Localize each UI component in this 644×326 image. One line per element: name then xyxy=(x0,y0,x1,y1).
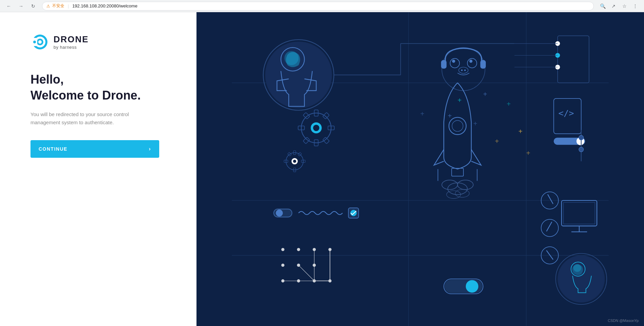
svg-text:+: + xyxy=(458,96,462,104)
reload-button[interactable]: ↻ xyxy=(28,1,38,11)
chrome-menu-button[interactable]: ⋮ xyxy=(630,1,640,11)
address-warning-text: 不安全 xyxy=(52,3,64,9)
search-button[interactable]: 🔍 xyxy=(598,1,607,11)
svg-point-31 xyxy=(469,60,472,63)
address-url: 192.168.108.200:20080/welcome xyxy=(72,3,137,8)
svg-point-94 xyxy=(558,255,605,302)
bookmark-button[interactable]: ☆ xyxy=(620,1,629,11)
left-panel: DRONE by harness Hello, Welcome to Drone… xyxy=(0,12,196,326)
welcome-description: You will be redirected to your source co… xyxy=(30,110,146,127)
svg-point-48 xyxy=(313,125,319,131)
heading-line2: Welcome to Drone. xyxy=(30,88,141,102)
browser-actions: 🔍 ↗ ☆ ⋮ xyxy=(598,1,640,11)
main-wrapper: DRONE by harness Hello, Welcome to Drone… xyxy=(0,12,644,326)
heading-line1: Hello, xyxy=(30,72,64,86)
logo-sub: by harness xyxy=(54,45,89,50)
attribution: CSDN @MasonYp xyxy=(608,319,639,323)
continue-arrow-icon: › xyxy=(149,146,151,152)
svg-point-36 xyxy=(464,69,466,71)
address-bar[interactable]: ⚠ 不安全 | 192.168.108.200:20080/welcome xyxy=(42,2,594,10)
svg-text:+: + xyxy=(526,149,530,157)
logo-text: DRONE by harness xyxy=(54,34,89,50)
forward-button[interactable]: → xyxy=(16,1,26,11)
drone-logo-icon xyxy=(30,32,49,51)
welcome-heading: Hello, Welcome to Drone. xyxy=(30,72,166,104)
svg-rect-33 xyxy=(480,60,486,68)
svg-point-59 xyxy=(293,160,296,163)
svg-rect-32 xyxy=(441,60,446,68)
right-panel: + + + + + + + + + xyxy=(196,12,644,326)
svg-point-102 xyxy=(276,210,283,217)
logo-brand: DRONE xyxy=(54,34,89,45)
svg-point-30 xyxy=(452,60,455,63)
share-button[interactable]: ↗ xyxy=(609,1,618,11)
svg-point-4 xyxy=(38,40,42,44)
svg-point-81 xyxy=(579,135,584,140)
logo-container: DRONE by harness xyxy=(30,32,166,51)
svg-point-99 xyxy=(466,280,478,292)
svg-point-6 xyxy=(33,41,36,43)
svg-point-106 xyxy=(297,248,300,251)
svg-point-105 xyxy=(281,248,284,251)
svg-text:</>: </> xyxy=(558,108,574,118)
svg-text:+: + xyxy=(495,137,499,145)
browser-nav: ← → ↻ xyxy=(4,1,38,11)
back-button[interactable]: ← xyxy=(4,1,14,11)
svg-point-82 xyxy=(579,147,584,152)
svg-text:+: + xyxy=(483,90,487,98)
svg-text:+: + xyxy=(420,110,424,117)
browser-chrome: ← → ↻ ⚠ 不安全 | 192.168.108.200:20080/welc… xyxy=(0,0,644,12)
hero-illustration: + + + + + + + + + xyxy=(196,12,644,326)
continue-label: CONTINUE xyxy=(39,146,67,152)
svg-text:+: + xyxy=(473,119,477,127)
svg-text:+: + xyxy=(506,100,511,108)
svg-point-35 xyxy=(461,69,463,71)
security-warning-icon: ⚠ xyxy=(46,4,50,8)
svg-point-14 xyxy=(265,42,332,108)
continue-button[interactable]: CONTINUE › xyxy=(30,140,159,158)
svg-text:+: + xyxy=(518,127,522,135)
svg-point-109 xyxy=(281,264,284,267)
svg-text:+: + xyxy=(448,112,452,119)
